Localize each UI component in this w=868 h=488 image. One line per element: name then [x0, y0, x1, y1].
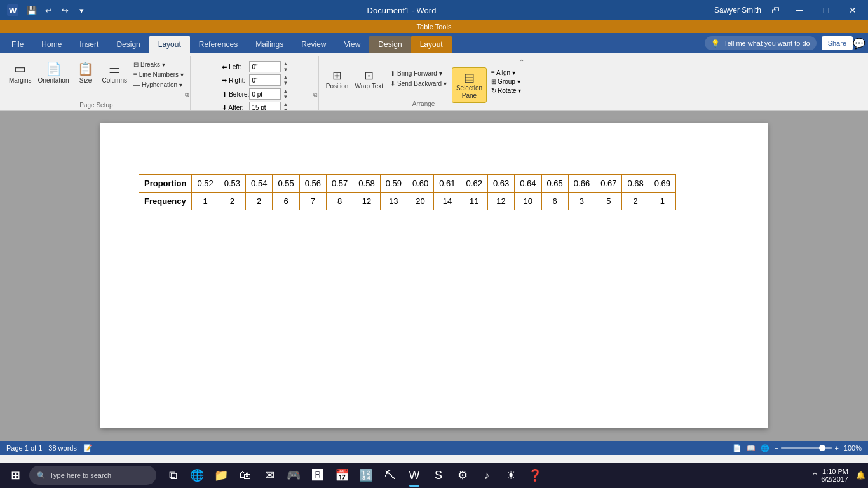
- wrap-text-button[interactable]: ⊡ Wrap Text: [353, 67, 385, 91]
- start-button[interactable]: ⊞: [3, 463, 28, 488]
- table-cell: 0.63: [487, 175, 514, 193]
- indent-left-input[interactable]: [249, 61, 281, 72]
- mail-btn[interactable]: ✉: [258, 463, 281, 488]
- document-check-icon[interactable]: 📝: [83, 444, 92, 452]
- wrap-text-icon: ⊡: [364, 69, 374, 83]
- ribbon-collapse-arrow[interactable]: ⌃: [519, 58, 524, 65]
- table-cell: 6: [541, 193, 568, 210]
- close-btn[interactable]: ✕: [843, 0, 863, 20]
- indent-left-up[interactable]: ▲: [283, 61, 288, 67]
- paragraph-expand[interactable]: ⧉: [313, 92, 317, 98]
- tab-table-design[interactable]: Design: [369, 36, 410, 53]
- margins-button[interactable]: ▭ Margins: [6, 60, 34, 85]
- spacing-after-input[interactable]: [249, 102, 281, 111]
- comment-button[interactable]: 💬: [853, 37, 865, 50]
- align-group-rotate-column: ≡ Align ▾ ⊞ Group ▾ ↻ Rotate ▾: [489, 69, 523, 95]
- tab-mailings[interactable]: Mailings: [247, 36, 292, 53]
- calendar-btn[interactable]: 📅: [330, 463, 353, 488]
- word-icon[interactable]: W: [5, 3, 20, 18]
- bring-forward-button[interactable]: ⬆ Bring Forward ▾: [388, 69, 449, 78]
- position-button[interactable]: ⊞ Position: [324, 67, 351, 91]
- explorer-btn[interactable]: 📁: [210, 463, 233, 488]
- table-cell: 0.64: [515, 175, 541, 193]
- view-reading-icon[interactable]: 📖: [747, 444, 756, 452]
- tab-design[interactable]: Design: [107, 36, 149, 53]
- hyphenation-icon: —: [133, 81, 140, 88]
- table-cell: 0.66: [568, 175, 595, 193]
- selection-pane-label: SelectionPane: [456, 85, 482, 100]
- indent-right-input[interactable]: [249, 74, 281, 86]
- redo-quick-btn[interactable]: ↪: [57, 3, 72, 18]
- tab-references[interactable]: References: [190, 36, 247, 53]
- brightness-btn[interactable]: ☀: [499, 463, 522, 488]
- line-numbers-button[interactable]: ≡ Line Numbers ▾: [131, 70, 186, 79]
- calculator-btn[interactable]: 🔢: [355, 463, 377, 488]
- table-cell: 0.56: [299, 175, 326, 193]
- skype-btn[interactable]: S: [427, 463, 450, 488]
- selection-pane-button[interactable]: ▤ SelectionPane: [452, 67, 487, 103]
- table-cell: 14: [434, 193, 461, 210]
- view-print-icon[interactable]: 📄: [733, 444, 742, 452]
- spacing-before-row: ⬆ Before: ▲ ▼: [222, 88, 288, 100]
- edge-btn[interactable]: 🌐: [186, 463, 208, 488]
- taskview-btn[interactable]: ⧉: [161, 463, 184, 488]
- taskbar-search[interactable]: 🔍 Type here to search: [29, 466, 156, 485]
- tab-home[interactable]: Home: [32, 36, 71, 53]
- word-taskbar-btn[interactable]: W: [403, 463, 426, 488]
- chevron-up-icon[interactable]: ⌃: [811, 471, 818, 480]
- settings-btn[interactable]: ⚙: [451, 463, 474, 488]
- data-table[interactable]: Proportion 0.52 0.53 0.54 0.55 0.56 0.57…: [139, 174, 676, 210]
- indent-right-down[interactable]: ▼: [283, 80, 288, 86]
- notification-icon[interactable]: 🔔: [856, 471, 865, 480]
- orientation-button[interactable]: 📄 Orientation: [36, 60, 72, 85]
- send-backward-button[interactable]: ⬇ Send Backward ▾: [388, 79, 449, 88]
- spacing-before-up[interactable]: ▲: [283, 88, 288, 94]
- breaks-button[interactable]: ⊟ Breaks ▾: [131, 60, 186, 69]
- help-btn[interactable]: ❓: [524, 463, 546, 488]
- spacing-before-down[interactable]: ▼: [283, 94, 288, 100]
- undo-quick-btn[interactable]: ↩: [41, 3, 56, 18]
- bring-forward-label: Bring Forward ▾: [397, 70, 442, 77]
- rotate-button[interactable]: ↻ Rotate ▾: [489, 86, 523, 95]
- hyphenation-button[interactable]: — Hyphenation ▾: [131, 80, 186, 90]
- line-numbers-label: Line Numbers ▾: [139, 71, 184, 78]
- tab-table-layout[interactable]: Layout: [411, 36, 452, 53]
- save-quick-btn[interactable]: 💾: [24, 3, 39, 18]
- sys-icons: ⌃: [811, 471, 818, 480]
- view-web-icon[interactable]: 🌐: [761, 444, 770, 452]
- maximize-btn[interactable]: □: [816, 0, 836, 20]
- zoom-control[interactable]: − +: [775, 444, 839, 452]
- tab-layout[interactable]: Layout: [149, 36, 190, 53]
- table-tools-context-bar: Table Tools: [0, 20, 868, 33]
- size-button[interactable]: 📋 Size: [73, 60, 98, 85]
- tab-file[interactable]: File: [3, 36, 32, 53]
- spacing-before-label: ⬆ Before:: [222, 91, 247, 98]
- restore-window-btn[interactable]: 🗗: [768, 3, 783, 18]
- minimize-btn[interactable]: ─: [789, 0, 810, 20]
- tell-me-search[interactable]: 💡 Tell me what you want to do: [705, 36, 817, 50]
- columns-button[interactable]: ⚌ Columns: [100, 60, 130, 85]
- spacing-before-input[interactable]: [249, 88, 281, 100]
- spacing-after-up[interactable]: ▲: [283, 102, 288, 107]
- page-setup-expand[interactable]: ⧉: [185, 92, 189, 98]
- zoom-out-btn[interactable]: −: [775, 444, 778, 452]
- zoom-slider[interactable]: [781, 447, 832, 449]
- align-button[interactable]: ≡ Align ▾: [489, 69, 523, 77]
- tab-insert[interactable]: Insert: [71, 36, 107, 53]
- minecraft-btn[interactable]: ⛏: [379, 463, 402, 488]
- title-bar-left: W 💾 ↩ ↪ ▾: [5, 3, 89, 18]
- share-button[interactable]: Share: [822, 36, 853, 50]
- tab-view[interactable]: View: [336, 36, 370, 53]
- steam-btn[interactable]: 🎮: [282, 463, 305, 488]
- taskbar-app1[interactable]: 🅱: [306, 463, 329, 488]
- zoom-in-btn[interactable]: +: [834, 444, 838, 452]
- table-cell: 2: [622, 193, 649, 210]
- store-btn[interactable]: 🛍: [234, 463, 257, 488]
- itunes-btn[interactable]: ♪: [475, 463, 498, 488]
- tab-review[interactable]: Review: [292, 36, 335, 53]
- quick-access-dropdown[interactable]: ▾: [74, 3, 89, 18]
- indent-right-up[interactable]: ▲: [283, 74, 288, 80]
- indent-left-down[interactable]: ▼: [283, 67, 288, 72]
- selection-pane-icon: ▤: [464, 71, 475, 85]
- group-button[interactable]: ⊞ Group ▾: [489, 78, 523, 86]
